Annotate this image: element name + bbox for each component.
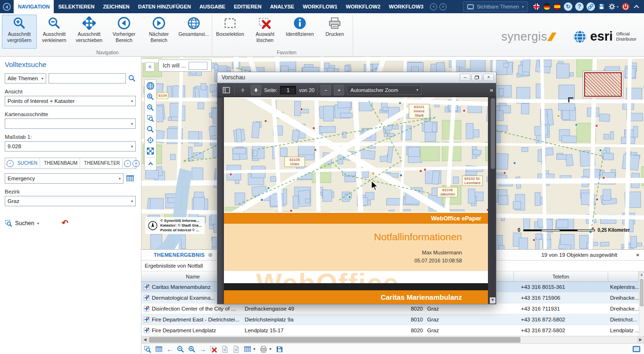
menu-tab-analyse[interactable]: ANALYSE bbox=[266, 0, 299, 13]
overview-map[interactable] bbox=[583, 71, 623, 98]
menu-tab-workflow2[interactable]: WORKFLOW2 bbox=[342, 0, 385, 13]
reset-search-icon[interactable]: ↶ bbox=[62, 220, 68, 227]
zoom-in-button[interactable]: Ausschnitt vergrößern bbox=[2, 15, 37, 49]
full-screen-icon[interactable] bbox=[145, 146, 156, 156]
results-panel-title[interactable]: THEMENERGEBNIS bbox=[154, 252, 205, 258]
table-options-icon[interactable] bbox=[244, 346, 251, 353]
massstab-select[interactable]: 9.028▾ bbox=[5, 141, 136, 152]
weboffice-home-icon[interactable] bbox=[3, 3, 11, 11]
preview-content[interactable]: 63101 Innere Stadt 63105 Gries 63106 Jak… bbox=[217, 97, 496, 304]
zoom-window-icon[interactable] bbox=[145, 114, 156, 123]
fulltext-search-input[interactable] bbox=[49, 73, 126, 84]
ansicht-select[interactable]: Points of Interest + Kataster▾ bbox=[5, 96, 136, 106]
table-row[interactable]: Disinfection Center of the City of ... D… bbox=[141, 303, 644, 314]
menu-tab-ausgabe[interactable]: AUSGABE bbox=[195, 0, 230, 13]
visible-themes-dropdown[interactable]: Sichtbare Themen ▾ bbox=[463, 1, 528, 12]
menu-tab-selektieren[interactable]: SELEKTIEREN bbox=[54, 0, 99, 13]
ich-will-input[interactable] bbox=[189, 62, 207, 70]
help-icon[interactable]: ? bbox=[575, 2, 584, 11]
collapse-map-toolbar-icon[interactable] bbox=[145, 159, 156, 169]
scroll-right-icon[interactable]: ▶ bbox=[637, 337, 644, 343]
table-options-caret-icon[interactable]: ▼ bbox=[253, 347, 256, 351]
language-flag-es-icon[interactable] bbox=[553, 3, 561, 10]
user-session-icon[interactable] bbox=[633, 346, 640, 352]
suchen-button[interactable]: Suchen bbox=[15, 220, 34, 227]
results-horizontal-scrollbar[interactable]: ◀ ▶ bbox=[141, 336, 644, 343]
box-select-button[interactable]: Boxselektion bbox=[213, 15, 248, 49]
settings-gear-icon[interactable]: ▾ bbox=[608, 3, 619, 10]
menu-tab-workflow3[interactable]: WORKFLOW3 bbox=[385, 0, 428, 13]
next-extent-button[interactable]: Nächster Bereich bbox=[141, 15, 176, 49]
scroll-down-icon[interactable]: ▼ bbox=[490, 297, 495, 303]
logout-power-icon[interactable] bbox=[621, 2, 630, 11]
scrollbar-thumb[interactable] bbox=[640, 279, 644, 306]
tab-themenfilter[interactable]: THEMENFILTER bbox=[82, 158, 123, 169]
tabbar-more-icon[interactable]: » bbox=[132, 160, 140, 167]
close-icon[interactable]: × bbox=[483, 74, 494, 81]
scroll-up-icon[interactable]: ▲ bbox=[639, 271, 644, 278]
language-flag-de-icon[interactable] bbox=[543, 3, 551, 10]
ich-will-widget[interactable]: Ich will ... bbox=[158, 59, 212, 72]
previous-extent-button[interactable]: Vorheriger Bereich bbox=[107, 15, 141, 49]
tab-scroll-right-icon[interactable]: › bbox=[439, 3, 446, 10]
zoom-out-button[interactable]: Ausschnitt verkleinern bbox=[37, 15, 72, 49]
zoom-out-page-icon[interactable]: − bbox=[321, 85, 331, 95]
sidebar-collapse-icon[interactable]: « bbox=[145, 62, 155, 72]
scroll-left-icon[interactable]: ◀ bbox=[141, 337, 149, 343]
menu-tab-workflow1[interactable]: WORKFLOW1 bbox=[298, 0, 341, 13]
clear-selection-status-icon[interactable]: × bbox=[636, 252, 639, 258]
search-form-icon[interactable] bbox=[126, 174, 134, 183]
open-table-icon[interactable] bbox=[155, 346, 163, 353]
minimize-icon[interactable]: – bbox=[460, 74, 471, 81]
page-number-input[interactable] bbox=[280, 86, 296, 94]
zoom-mode-select[interactable]: Automatischer Zoom ▾ bbox=[347, 85, 421, 95]
previous-page-arrow-icon[interactable] bbox=[238, 85, 248, 95]
zoom-last-icon[interactable] bbox=[145, 125, 156, 134]
tab-suchen[interactable]: SUCHEN bbox=[15, 158, 40, 169]
overview-globe-icon[interactable] bbox=[145, 81, 156, 91]
previous-page-icon[interactable]: ← bbox=[166, 346, 173, 353]
results-vertical-scrollbar[interactable]: ▲ bbox=[639, 271, 644, 336]
save-session-icon[interactable] bbox=[598, 3, 605, 10]
language-flag-uk-icon[interactable] bbox=[533, 3, 540, 10]
column-header-telefon[interactable]: Telefon bbox=[514, 271, 608, 281]
menu-tab-editieren[interactable]: EDITIEREN bbox=[230, 0, 266, 13]
scrollbar-thumb[interactable] bbox=[491, 98, 495, 169]
tab-themenbaum[interactable]: THEMENBAUM bbox=[41, 158, 80, 169]
more-tools-icon[interactable]: » bbox=[490, 86, 492, 93]
restore-icon[interactable] bbox=[471, 74, 482, 81]
print-results-icon[interactable] bbox=[260, 346, 267, 353]
kartenausschnitte-select[interactable]: ▾ bbox=[5, 118, 136, 129]
pan-button[interactable]: Ausschnitt verschieben bbox=[72, 15, 107, 49]
menu-tab-zeichnen[interactable]: ZEICHNEN bbox=[99, 0, 133, 13]
identify-button[interactable]: Identifizieren bbox=[282, 15, 317, 49]
full-extent-button[interactable]: Gesamtansi... bbox=[176, 15, 211, 49]
zoom-to-results-icon[interactable] bbox=[144, 346, 151, 353]
dialog-titlebar[interactable]: Vorschau – × bbox=[217, 72, 496, 83]
menu-tab-daten-hinzufuegen[interactable]: DATEN HINZUFÜGEN bbox=[134, 0, 195, 13]
close-results-icon[interactable]: ⊗ bbox=[208, 252, 213, 258]
report-document-icon[interactable] bbox=[232, 346, 240, 353]
theme-filter-select[interactable]: Alle Themen▾ bbox=[5, 73, 46, 84]
next-page-icon[interactable]: → bbox=[199, 346, 206, 353]
clear-results-icon[interactable] bbox=[210, 346, 217, 353]
zoom-in-results-icon[interactable] bbox=[188, 346, 196, 353]
collapse-ribbon-icon[interactable] bbox=[634, 5, 639, 10]
refresh-icon[interactable]: ↻ bbox=[564, 2, 572, 11]
scrollbar-thumb[interactable] bbox=[149, 337, 520, 343]
center-map-icon[interactable] bbox=[145, 135, 156, 145]
zoom-out-results-icon[interactable] bbox=[177, 346, 184, 353]
column-header[interactable] bbox=[608, 271, 639, 281]
next-page-arrow-icon[interactable] bbox=[251, 85, 261, 95]
link-icon[interactable] bbox=[586, 2, 595, 11]
tabbar-scroll-right-icon[interactable]: › bbox=[124, 160, 131, 167]
map-zoom-in-icon[interactable] bbox=[145, 92, 156, 101]
print-caret-icon[interactable]: ▼ bbox=[269, 347, 272, 351]
bezirk-select[interactable]: Graz▾ bbox=[5, 196, 136, 206]
preview-scrollbar[interactable] bbox=[490, 97, 496, 304]
tabbar-scroll-left-icon[interactable]: ‹ bbox=[7, 160, 14, 167]
toggle-sidebar-icon[interactable] bbox=[221, 85, 231, 95]
table-row[interactable]: Fire Department East - Dietrichstei... D… bbox=[141, 314, 644, 325]
menu-tab-navigation[interactable]: NAVIGATION bbox=[14, 0, 54, 13]
clear-selection-button[interactable]: Auswahl löschen bbox=[248, 15, 282, 49]
